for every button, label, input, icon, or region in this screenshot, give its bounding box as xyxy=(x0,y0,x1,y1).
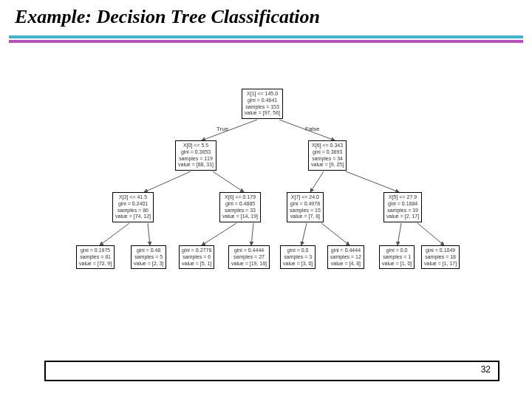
tree-leaf: gini = 0.2778 samples = 6 value = [5, 1] xyxy=(179,245,214,269)
svg-line-4 xyxy=(310,171,324,192)
node-line: samples = 18 xyxy=(424,254,457,261)
node-line: gini = 0.0 xyxy=(283,248,313,254)
tree-node-root: X[1] <= 145.0 gini = 0.4641 samples = 15… xyxy=(242,89,283,119)
node-line: samples = 86 xyxy=(115,208,151,214)
tree-leaf: gini = 0.48 samples = 5 value = [2, 3] xyxy=(131,245,166,269)
node-line: value = [7, 8] xyxy=(290,214,321,220)
node-line: samples = 15 xyxy=(290,208,321,214)
svg-line-3 xyxy=(213,171,244,192)
node-line: gini = 0.2778 xyxy=(182,248,211,254)
svg-line-0 xyxy=(202,120,257,140)
node-line: value = [4, 8] xyxy=(330,261,361,267)
node-line: samples = 27 xyxy=(231,254,267,261)
node-line: samples = 1 xyxy=(382,254,412,261)
node-line: gini = 0.3853 xyxy=(178,149,214,156)
svg-line-10 xyxy=(301,223,307,245)
node-line: value = [5, 1] xyxy=(182,261,211,267)
node-line: X[0] <= 5.5 xyxy=(178,143,214,149)
tree-node: X[5] <= 27.9 gini = 0.1884 samples = 19 … xyxy=(383,192,422,222)
node-line: samples = 12 xyxy=(330,254,361,261)
node-line: value = [9, 25] xyxy=(311,162,344,168)
node-line: gini = 0.3893 xyxy=(311,149,344,156)
svg-line-6 xyxy=(100,223,129,245)
node-line: samples = 34 xyxy=(311,156,344,163)
node-line: samples = 5 xyxy=(134,254,163,261)
node-line: value = [2, 17] xyxy=(386,214,419,220)
node-line: gini = 0.2401 xyxy=(115,201,151,208)
node-line: samples = 6 xyxy=(182,254,211,261)
edge-label-true: True xyxy=(216,126,228,132)
node-line: value = [1, 17] xyxy=(424,261,457,267)
node-line: gini = 0.1049 xyxy=(424,248,457,254)
node-line: X[6] <= 0.343 xyxy=(311,143,344,149)
node-line: value = [97, 56] xyxy=(245,110,280,117)
footer-box: 32 xyxy=(44,361,499,381)
node-line: gini = 0.0 xyxy=(382,248,412,254)
svg-line-8 xyxy=(202,223,236,245)
divider-teal xyxy=(9,35,523,38)
node-line: gini = 0.1975 xyxy=(79,248,112,254)
node-line: samples = 81 xyxy=(79,254,112,261)
node-line: X[6] <= 0.179 xyxy=(222,194,258,201)
svg-line-12 xyxy=(398,223,401,245)
node-line: samples = 153 xyxy=(245,104,280,111)
node-line: value = [14, 19] xyxy=(222,214,258,220)
node-line: gini = 0.4444 xyxy=(330,248,361,254)
node-line: samples = 3 xyxy=(283,254,313,261)
edge-label-false: False xyxy=(305,126,320,132)
tree-node: X[0] <= 5.5 gini = 0.3853 samples = 119 … xyxy=(175,140,216,171)
tree-leaf: gini = 0.0 samples = 3 value = [3, 0] xyxy=(280,245,316,269)
node-line: gini = 0.4978 xyxy=(290,201,321,208)
tree-node: X[6] <= 0.179 gini = 0.4885 samples = 33… xyxy=(219,192,261,222)
decision-tree: True False X[1] <= 145.0 gini = 0.4641 s… xyxy=(70,89,466,307)
tree-leaf: gini = 0.4444 samples = 12 value = [4, 8… xyxy=(327,245,364,269)
svg-line-9 xyxy=(251,223,253,245)
tree-node: X[7] <= 24.0 gini = 0.4978 samples = 15 … xyxy=(287,192,324,222)
node-line: X[3] <= 41.5 xyxy=(115,194,151,201)
node-line: gini = 0.4641 xyxy=(245,98,280,104)
tree-leaf: gini = 0.1049 samples = 18 value = [1, 1… xyxy=(421,245,460,269)
tree-node: X[6] <= 0.343 gini = 0.3893 samples = 34… xyxy=(308,140,347,171)
node-line: value = [74, 12] xyxy=(115,214,151,220)
node-line: X[5] <= 27.9 xyxy=(386,194,419,201)
svg-line-11 xyxy=(321,223,349,245)
tree-leaf: gini = 0.4444 samples = 27 value = [19, … xyxy=(228,245,270,269)
node-line: gini = 0.48 xyxy=(134,248,163,254)
tree-node: X[3] <= 41.5 gini = 0.2401 samples = 86 … xyxy=(112,192,154,222)
svg-line-13 xyxy=(417,223,444,245)
node-line: samples = 33 xyxy=(222,208,258,214)
node-line: value = [2, 3] xyxy=(134,261,163,267)
node-line: value = [72, 9] xyxy=(79,261,112,267)
page-title: Example: Decision Tree Classification xyxy=(15,6,320,28)
tree-leaf: gini = 0.0 samples = 1 value = [1, 0] xyxy=(379,245,415,269)
node-line: gini = 0.4444 xyxy=(231,248,267,254)
node-line: samples = 19 xyxy=(386,208,419,214)
svg-line-7 xyxy=(148,223,150,245)
tree-leaf: gini = 0.1975 samples = 81 value = [72, … xyxy=(76,245,115,269)
node-line: samples = 119 xyxy=(178,156,214,163)
svg-line-5 xyxy=(346,171,399,192)
page-number: 32 xyxy=(481,364,491,375)
node-line: value = [88, 31] xyxy=(178,162,214,168)
node-line: value = [3, 0] xyxy=(283,261,313,267)
node-line: gini = 0.1884 xyxy=(386,201,419,208)
node-line: gini = 0.4885 xyxy=(222,201,258,208)
divider-magenta xyxy=(9,40,523,43)
node-line: value = [1, 0] xyxy=(382,261,412,267)
node-line: value = [19, 18] xyxy=(231,261,267,267)
svg-line-2 xyxy=(144,171,191,192)
node-line: X[7] <= 24.0 xyxy=(290,194,321,201)
node-line: X[1] <= 145.0 xyxy=(245,91,280,98)
